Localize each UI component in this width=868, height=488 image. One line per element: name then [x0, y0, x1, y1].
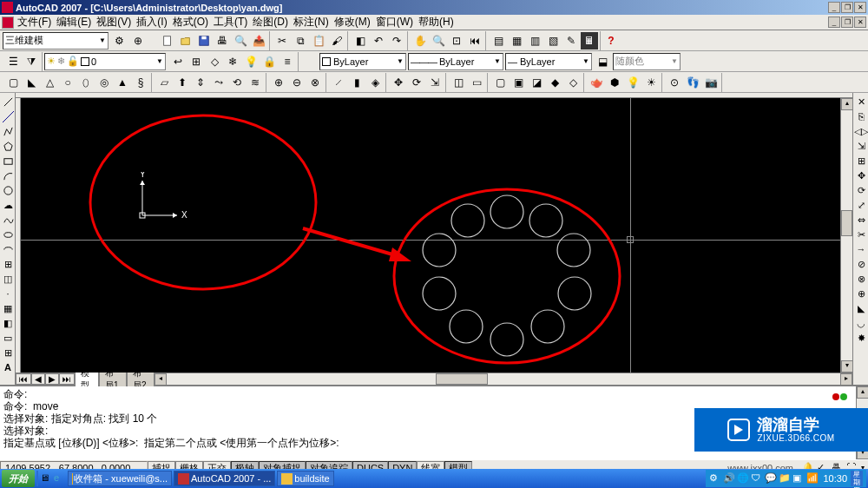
open-button[interactable] — [177, 32, 194, 49]
new-button[interactable] — [159, 32, 176, 49]
revolve-button[interactable]: ⟲ — [228, 74, 246, 91]
workspace-save-button[interactable]: ⊕ — [129, 32, 147, 49]
move-tool[interactable]: ✥ — [854, 168, 868, 182]
menu-dimension[interactable]: 标注(N) — [292, 14, 331, 30]
spline-tool[interactable] — [1, 213, 15, 227]
doc-restore-button[interactable]: ❐ — [841, 16, 853, 28]
linetype-dropdown[interactable]: ——— ByLayer ▼ — [408, 53, 503, 70]
sectionplane-button[interactable]: ◫ — [450, 74, 467, 91]
line-tool[interactable] — [1, 95, 15, 109]
layer-properties-button[interactable]: ☰ — [4, 53, 22, 70]
mirror-tool[interactable]: ◁▷ — [854, 124, 868, 138]
document-icon[interactable] — [2, 16, 14, 29]
menu-tools[interactable]: 工具(T) — [212, 14, 249, 30]
layer-isolate-button[interactable]: ◇ — [206, 53, 223, 70]
wedge-button[interactable]: ◣ — [23, 74, 40, 91]
tray-icon-7[interactable]: ▣ — [792, 472, 805, 485]
polyline-tool[interactable] — [1, 124, 15, 138]
imprint-button[interactable]: ◈ — [366, 74, 384, 91]
task-autocad[interactable]: AutoCAD 2007 - ... — [174, 471, 275, 486]
menu-draw[interactable]: 绘图(D) — [251, 14, 290, 30]
tab-prev-button[interactable]: ◀ — [31, 373, 45, 385]
3drotate-button[interactable]: ⟳ — [408, 74, 425, 91]
tray-icon-1[interactable]: ⚙ — [709, 472, 721, 485]
menu-window[interactable]: 窗口(W) — [374, 14, 415, 30]
layer-off-button[interactable]: 💡 — [242, 53, 260, 70]
tray-icon-8[interactable]: 📶 — [806, 472, 819, 485]
layer-state-button[interactable]: ⊞ — [187, 53, 205, 70]
publish-button[interactable]: 📤 — [250, 32, 267, 49]
fillet-tool[interactable]: ◡ — [854, 316, 868, 330]
menu-insert[interactable]: 插入(I) — [135, 14, 168, 30]
flatshot-button[interactable]: ▭ — [468, 74, 485, 91]
tray-icon-2[interactable]: 🔊 — [723, 472, 735, 485]
drawing-canvas[interactable]: X Y — [21, 98, 840, 373]
construction-line-tool[interactable] — [1, 109, 15, 123]
arc-tool[interactable] — [1, 168, 15, 182]
table-tool[interactable]: ⊞ — [1, 346, 15, 359]
3dmove-button[interactable]: ✥ — [390, 74, 407, 91]
tool-palettes-button[interactable]: ▥ — [526, 32, 543, 49]
match-prop-button[interactable]: 🖌 — [328, 32, 345, 49]
pan-button[interactable]: ✋ — [411, 32, 429, 49]
visual-style-realistic-button[interactable]: ◆ — [546, 74, 563, 91]
plot-preview-button[interactable]: 🔍 — [232, 32, 249, 49]
explode-tool[interactable]: ✸ — [854, 331, 868, 345]
presspull-button[interactable]: ⇕ — [192, 74, 209, 91]
tab-next-button[interactable]: ▶ — [45, 373, 59, 385]
trim-tool[interactable]: ✂ — [854, 228, 868, 241]
visual-style-2d-button[interactable]: ▢ — [491, 74, 509, 91]
point-tool[interactable]: · — [1, 287, 15, 300]
lineweight-settings-button[interactable]: ⬓ — [594, 53, 611, 70]
layer-lock-button[interactable]: 🔒 — [260, 53, 278, 70]
block-editor-button[interactable]: ◧ — [352, 32, 369, 49]
3dorbit-button[interactable]: ⊙ — [666, 74, 683, 91]
rotate-tool[interactable]: ⟳ — [854, 183, 868, 197]
paste-button[interactable]: 📋 — [310, 32, 327, 49]
scroll-up-button[interactable]: ▴ — [841, 98, 853, 110]
copy-tool[interactable]: ⎘ — [854, 109, 868, 123]
ellipse-tool[interactable] — [1, 228, 15, 241]
save-button[interactable] — [195, 32, 213, 49]
sun-button[interactable]: ☀ — [642, 74, 660, 91]
layer-match-button[interactable]: ≡ — [279, 53, 296, 70]
intersect-button[interactable]: ⊗ — [306, 74, 324, 91]
stretch-tool[interactable]: ⇔ — [854, 213, 868, 227]
close-button[interactable]: ✕ — [854, 2, 866, 13]
mtext-tool[interactable]: A — [1, 360, 15, 374]
break-point-tool[interactable]: ⊘ — [854, 257, 868, 271]
join-tool[interactable]: ⊕ — [854, 287, 868, 300]
visual-style-3d-button[interactable]: ▣ — [510, 74, 527, 91]
task-folder[interactable]: buildsite — [277, 471, 333, 486]
thicken-button[interactable]: ▮ — [348, 74, 365, 91]
cut-button[interactable]: ✂ — [273, 32, 291, 49]
helix-button[interactable]: § — [132, 74, 149, 91]
chamfer-tool[interactable]: ◣ — [854, 301, 868, 315]
3dalign-button[interactable]: ⇲ — [426, 74, 444, 91]
union-button[interactable]: ⊕ — [270, 74, 287, 91]
doc-minimize-button[interactable]: _ — [828, 16, 840, 28]
sheet-set-button[interactable]: ▧ — [544, 32, 562, 49]
help-button[interactable]: ? — [602, 32, 620, 49]
materials-button[interactable]: ⬢ — [606, 74, 623, 91]
revision-cloud-tool[interactable]: ☁ — [1, 198, 15, 212]
pyramid-button[interactable]: ▲ — [114, 74, 131, 91]
markup-button[interactable]: ✎ — [562, 32, 580, 49]
visual-style-conceptual-button[interactable]: ◇ — [564, 74, 582, 91]
lights-button[interactable]: 💡 — [624, 74, 641, 91]
menu-format[interactable]: 格式(O) — [171, 14, 210, 30]
redo-button[interactable]: ↷ — [388, 32, 405, 49]
layer-freeze-button[interactable]: ❄ — [224, 53, 241, 70]
make-block-tool[interactable]: ◫ — [1, 272, 15, 286]
box-button[interactable]: ▢ — [4, 74, 22, 91]
visual-style-hidden-button[interactable]: ◪ — [528, 74, 545, 91]
menu-help[interactable]: 帮助(H) — [417, 14, 456, 30]
insert-block-tool[interactable]: ⊞ — [1, 257, 15, 271]
layer-dropdown[interactable]: ☀❄🔓 0 ▼ — [44, 53, 166, 70]
menu-edit[interactable]: 编辑(E) — [55, 14, 93, 30]
array-tool[interactable]: ⊞ — [854, 154, 868, 168]
tab-first-button[interactable]: ⏮ — [16, 373, 31, 385]
hatch-tool[interactable]: ▦ — [1, 301, 15, 315]
color-dropdown[interactable]: ByLayer ▼ — [319, 53, 406, 70]
polygon-tool[interactable] — [1, 139, 15, 153]
